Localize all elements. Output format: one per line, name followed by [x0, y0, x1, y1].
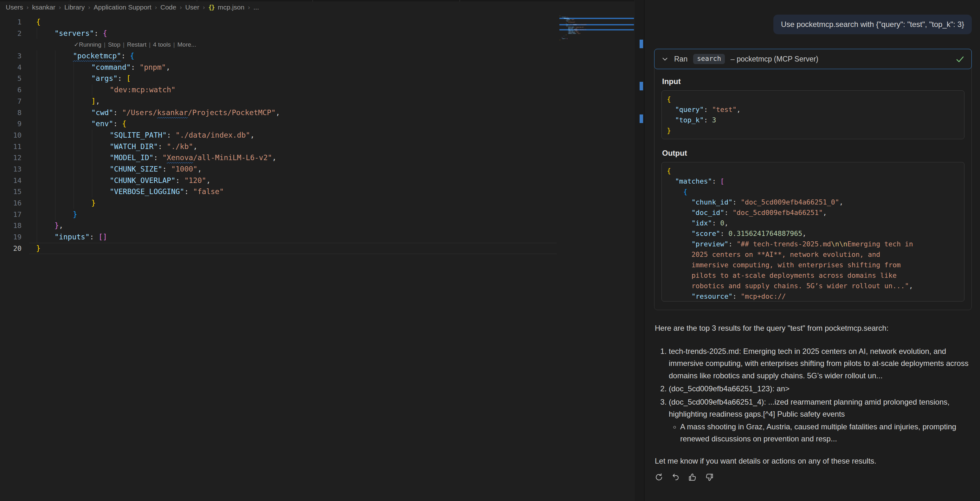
thumbs-down-button[interactable]: [705, 472, 714, 482]
chevron-down-icon[interactable]: [661, 55, 669, 63]
code-block-line: "doc_id": "doc_5cd009efb4a66251",: [667, 207, 959, 218]
code-token: /all-MiniLM-L6-v2": [193, 153, 272, 162]
breadcrumb-item[interactable]: Code: [161, 3, 176, 11]
code-token: "env": [566, 26, 568, 26]
code-block-line: immersive computing, with enterprises sh…: [667, 260, 959, 270]
code-line: 17}: [0, 209, 559, 220]
editor-pane: Users›ksankar›Library›Application Suppor…: [0, 0, 644, 501]
line-number: 3: [0, 50, 22, 62]
code-token: "1000": [171, 165, 197, 173]
code-token: ,: [802, 230, 806, 238]
code-editor[interactable]: 1{2"servers": {✓Running|Stop|Restart|4 t…: [0, 16, 559, 254]
code-token: {: [103, 29, 107, 37]
breadcrumb-item[interactable]: ksankar: [32, 3, 56, 11]
code-token: ,: [586, 29, 587, 30]
code-token: 3: [712, 116, 716, 124]
code-token: "args": [566, 20, 569, 21]
code-block-line: {: [667, 94, 959, 104]
codelens-separator: |: [146, 41, 153, 48]
line-number: 19: [0, 231, 22, 243]
code-block-line: "matches": [: [667, 176, 959, 187]
code-token: :: [153, 153, 162, 162]
code-block-line: "score": 0.3156241764887965,: [667, 228, 959, 239]
code-token: "idx": [692, 219, 712, 227]
code-block-line: "preview": "## tech-trends-2025.md\n\nEm…: [667, 239, 959, 249]
tab-strip[interactable]: [0, 0, 644, 2]
codelens-link[interactable]: Restart: [127, 41, 146, 48]
code-token: ,: [579, 32, 579, 33]
code-token: "./kb": [167, 142, 193, 151]
codelens-link[interactable]: Stop: [108, 41, 121, 48]
code-line: 13"CHUNK_SIZE": "1000",: [0, 164, 559, 175]
code-line-content: },: [54, 220, 64, 231]
code-line-content: "VERBOSE_LOGGING": "false": [110, 186, 224, 198]
tool-call-container: Ran search – pocketmcp (MCP Server) Inpu…: [654, 49, 972, 310]
line-number: 12: [0, 152, 22, 164]
code-line: }: [559, 39, 634, 41]
code-token: ,: [272, 153, 276, 162]
minimap[interactable]: {"servers": {"pocketmcp": {"command": "p…: [559, 15, 634, 98]
thumbs-up-icon: [688, 472, 697, 482]
code-line: 7],: [0, 96, 559, 107]
indent-guide: [55, 118, 56, 130]
code-token: [667, 188, 683, 196]
line-number: 1: [0, 16, 22, 28]
code-line: 19"inputs": []: [0, 231, 559, 243]
code-token: "inputs": [562, 38, 565, 39]
code-line: 6"dev:mcp:watch": [0, 85, 559, 96]
tool-call-header[interactable]: Ran search – pocketmcp (MCP Server): [654, 49, 972, 69]
line-number: 14: [0, 175, 22, 187]
codelens-link[interactable]: 4 tools: [153, 41, 171, 48]
breadcrumb-item[interactable]: Library: [64, 3, 84, 11]
code-token: :: [729, 240, 737, 248]
code-token: "WATCH_DIR": [110, 142, 158, 151]
code-token: "servers": [562, 16, 566, 18]
code-token: "inputs": [54, 233, 90, 241]
response-intro-text: Here are the top 3 results for the query…: [655, 322, 971, 335]
breadcrumb-item[interactable]: User: [185, 3, 199, 11]
codelens-link[interactable]: ✓Running: [74, 41, 102, 48]
codelens-link[interactable]: More...: [178, 41, 196, 48]
result-sub-item: A mass shooting in Graz, Austria, caused…: [680, 421, 972, 445]
line-number: 4: [0, 62, 22, 73]
code-token: :: [158, 142, 167, 151]
code-token: "/Users/: [569, 24, 573, 25]
thumbs-up-button[interactable]: [688, 472, 697, 482]
code-line: 18},: [0, 220, 559, 231]
code-token: :: [704, 116, 712, 124]
json-file-icon: {}: [208, 4, 214, 11]
code-line: 12"MODEL_ID": "Xenova/all-MiniLM-L6-v2",: [0, 152, 559, 164]
code-token: Emerging tech in: [848, 240, 913, 248]
indent-guide: [73, 96, 74, 107]
retry-button[interactable]: [654, 472, 664, 482]
thumbs-down-icon: [705, 472, 714, 482]
undo-icon: [671, 472, 681, 482]
breadcrumb-separator: ›: [155, 4, 157, 11]
breadcrumb-item[interactable]: Users: [6, 3, 23, 11]
overview-ruler[interactable]: [634, 0, 644, 501]
code-token: :: [176, 176, 185, 185]
code-line-content: {: [36, 16, 41, 28]
tool-name-chip: search: [693, 54, 725, 64]
ruler-marker: [640, 115, 643, 123]
code-line: 15"VERBOSE_LOGGING": "false": [0, 186, 559, 198]
code-token: "VERBOSE_LOGGING": [568, 33, 576, 34]
breadcrumb-symbol-tail[interactable]: ...: [253, 3, 259, 11]
breadcrumb-separator: ›: [248, 4, 250, 11]
breadcrumb-item[interactable]: Application Support: [94, 3, 151, 11]
breadcrumb: Users›ksankar›Library›Application Suppor…: [6, 3, 259, 11]
output-code-block[interactable]: { "matches": [ { "chunk_id": "doc_5cd009…: [662, 162, 964, 302]
code-token: "false": [577, 33, 581, 34]
code-token: ]: [91, 97, 96, 105]
line-number: 6: [0, 85, 22, 96]
code-token: {: [667, 167, 671, 175]
breadcrumb-file[interactable]: mcp.json: [218, 3, 244, 11]
code-token: "cwd": [91, 108, 113, 117]
undo-button[interactable]: [671, 472, 681, 482]
code-token: \n\n: [831, 240, 848, 248]
code-token: [667, 198, 692, 206]
indent-guide: [55, 107, 56, 119]
code-block-line: pilots to at-scale deployments across do…: [667, 270, 959, 281]
code-token: "matches": [675, 177, 712, 185]
result-list: tech-trends-2025.md: Emerging tech in 20…: [654, 345, 972, 445]
